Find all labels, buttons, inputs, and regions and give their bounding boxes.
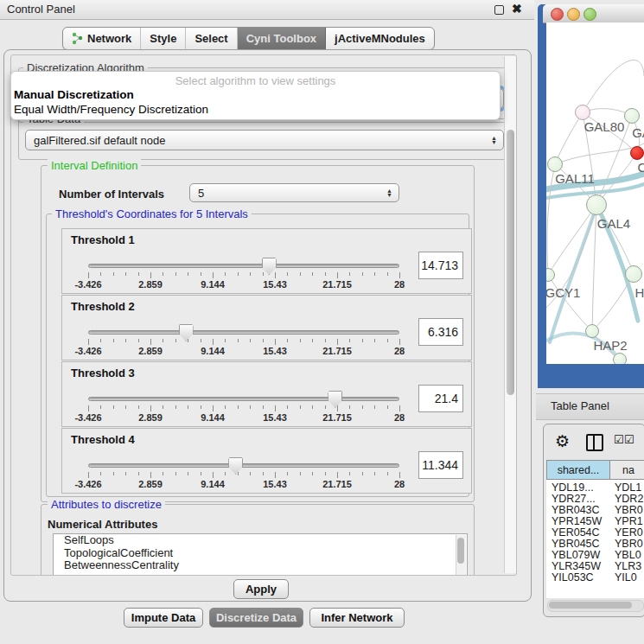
threshold-value-field[interactable]: 14.713 xyxy=(418,252,463,279)
slider-tick xyxy=(337,339,338,345)
network-node[interactable] xyxy=(630,146,644,160)
number-of-intervals-select[interactable]: 5 ▲▼ xyxy=(189,183,399,202)
slider-track[interactable] xyxy=(88,397,399,401)
table-row[interactable]: YBR045C YBR0 xyxy=(546,538,644,549)
slider-tick-label: -3.426 xyxy=(74,346,101,356)
slider-tick xyxy=(150,472,151,478)
slider-tick xyxy=(238,405,239,409)
slider-tick xyxy=(362,272,363,276)
minimize-traffic-light-icon[interactable] xyxy=(567,8,580,21)
slider-tick xyxy=(337,405,338,411)
table-row[interactable]: YER054C YER0 xyxy=(546,526,644,538)
slider-tick xyxy=(263,405,264,409)
numerical-attributes-label: Numerical Attributes xyxy=(48,518,157,531)
slider-tick xyxy=(100,339,101,342)
threshold-label: Threshold 1 xyxy=(71,233,135,246)
slider-tick xyxy=(337,472,338,478)
attribute-list-item[interactable]: BetweennessCentrality xyxy=(54,559,467,572)
close-traffic-light-icon[interactable] xyxy=(551,8,564,21)
slider-tick xyxy=(163,339,163,342)
slider-thumb[interactable] xyxy=(328,391,342,408)
float-window-icon[interactable] xyxy=(494,5,504,15)
network-node[interactable] xyxy=(585,324,599,338)
table-scrollbar-thumb[interactable] xyxy=(549,602,632,609)
table-row[interactable]: YIL053C YIL0 xyxy=(546,571,644,583)
network-node[interactable] xyxy=(547,156,563,172)
threshold-value-field[interactable]: 21.4 xyxy=(418,385,463,412)
settings-scrollbar-thumb[interactable] xyxy=(507,130,514,395)
slider-tick xyxy=(125,472,126,475)
table-horizontal-scrollbar[interactable] xyxy=(547,600,644,612)
attribute-list-item[interactable]: TopologicalCoefficient xyxy=(54,547,467,560)
slider-tick xyxy=(225,405,226,409)
apply-button[interactable]: Apply xyxy=(233,579,289,599)
zoom-traffic-light-icon[interactable] xyxy=(583,8,596,21)
gear-icon[interactable]: ⚙ xyxy=(555,431,570,451)
checkbox-icon[interactable]: ☑ xyxy=(624,433,634,446)
tab-impute-data[interactable]: Impute Data xyxy=(124,608,203,628)
tab-network[interactable]: Network xyxy=(63,28,141,49)
network-node[interactable] xyxy=(624,108,640,124)
table-row[interactable]: YBL079W YBL0 xyxy=(546,549,644,560)
network-node-label: H xyxy=(635,285,644,300)
slider-tick xyxy=(275,339,276,345)
slider-tick xyxy=(362,405,363,409)
slider-thumb[interactable] xyxy=(228,457,243,475)
slider-track[interactable] xyxy=(88,264,399,268)
table-data-select[interactable]: galFiltered.sif default node ▲▼ xyxy=(25,130,504,150)
settings-scrollbar[interactable] xyxy=(504,56,516,573)
slider-tick xyxy=(150,272,151,278)
column-selector-icon[interactable] xyxy=(586,434,603,451)
slider-tick xyxy=(175,339,176,342)
table-row[interactable]: YBR043C YBR0 xyxy=(546,504,644,515)
checkbox-icon[interactable]: ☑ xyxy=(614,433,624,446)
table-row[interactable]: YLR345W YLR3 xyxy=(546,560,644,571)
slider-tick xyxy=(387,339,388,342)
network-node-label: HAP2 xyxy=(593,338,627,353)
algorithm-option-manual[interactable]: Manual Discretization xyxy=(14,88,134,101)
threshold-block: Threshold 3 -3.4262.8599.14415.4321.7152… xyxy=(61,361,472,427)
threshold-value-field[interactable]: 11.344 xyxy=(418,451,463,479)
network-node[interactable] xyxy=(613,353,627,364)
table-row[interactable]: YDR27... YDR2 xyxy=(546,493,644,504)
network-node[interactable] xyxy=(625,265,642,283)
table-row[interactable]: YPR145W YPR1 xyxy=(546,515,644,526)
network-node-label: C xyxy=(638,160,644,175)
tab-discretize-data[interactable]: Discretize Data xyxy=(209,608,303,628)
slider-tick xyxy=(225,272,226,276)
slider-tick xyxy=(113,272,114,276)
table-row[interactable]: YDL19... YDL1 xyxy=(546,481,644,493)
slider-tick xyxy=(349,272,350,276)
threshold-value-field[interactable]: 6.316 xyxy=(418,318,463,346)
network-node[interactable] xyxy=(575,105,590,120)
tab-style[interactable]: Style xyxy=(141,28,186,49)
network-node-label: GCY1 xyxy=(546,285,580,300)
slider-tick xyxy=(349,339,350,342)
network-node[interactable] xyxy=(586,194,607,215)
attributes-list-scrollbar[interactable] xyxy=(456,535,466,576)
slider-tick xyxy=(113,405,114,409)
slider-tick-label: 9.144 xyxy=(201,479,225,489)
slider-tick-label: 15.43 xyxy=(263,412,287,423)
slider-tick xyxy=(125,405,126,409)
number-of-intervals-label: Number of Intervals xyxy=(59,188,164,201)
column-header-name[interactable]: na xyxy=(609,460,644,480)
slider-tick xyxy=(238,272,239,276)
numerical-attributes-list[interactable]: SelfLoopsTopologicalCoefficientBetweenne… xyxy=(53,533,468,576)
network-canvas[interactable]: GAL80GACGAL11GAL4GCY1HHAP2 xyxy=(546,22,644,364)
slider-thumb[interactable] xyxy=(179,324,194,341)
algorithm-option-equal-width[interactable]: Equal Width/Frequency Discretization xyxy=(14,103,208,116)
control-panel-titlebar: Control Panel ✖ xyxy=(0,0,534,20)
screenshot-root: Control Panel ✖ Network Style Select Cyn… xyxy=(0,0,644,644)
column-header-shared-name[interactable]: shared... xyxy=(546,460,610,480)
attribute-list-item[interactable]: SelfLoops xyxy=(54,534,467,547)
tab-jactivemnodules[interactable]: jActiveMNodules xyxy=(326,28,434,49)
tab-infer-network[interactable]: Infer Network xyxy=(309,608,405,628)
tab-cyni-toolbox[interactable]: Cyni Toolbox xyxy=(238,28,326,49)
tab-select[interactable]: Select xyxy=(186,28,237,49)
close-icon[interactable]: ✖ xyxy=(512,2,522,16)
slider-track[interactable] xyxy=(88,463,399,468)
table-panel-title: Table Panel xyxy=(551,399,609,412)
slider-tick-label: 15.43 xyxy=(263,346,287,356)
slider-track[interactable] xyxy=(88,330,399,335)
